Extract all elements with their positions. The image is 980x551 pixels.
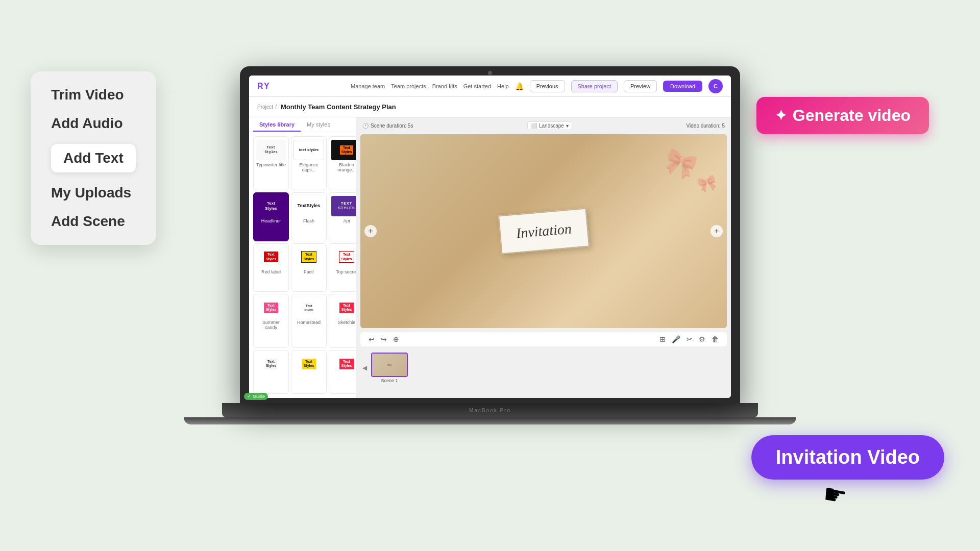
orientation-select[interactable]: ⬜ Landscape ▾	[527, 121, 572, 130]
style-item-15[interactable]: TextStyles	[329, 350, 356, 394]
style-label-api: Api	[343, 218, 350, 223]
breadcrumb-separator: /	[275, 104, 277, 110]
style-preview-typewriter: TextStyles	[256, 140, 286, 160]
laptop-base: MacBook Pro	[222, 403, 758, 417]
add-scene-right-button[interactable]: +	[710, 225, 723, 237]
chevron-down-icon: ▾	[566, 123, 569, 129]
clock-icon: 🕐	[362, 123, 369, 129]
tab-my-styles[interactable]: My styles	[301, 117, 336, 132]
manage-team-link[interactable]: Manage team	[351, 83, 385, 89]
style-item-api[interactable]: TEXTSTYLES Api	[329, 192, 356, 241]
style-item-13[interactable]: TextStyles	[253, 350, 289, 394]
invitation-video-label: Invitation Video	[776, 446, 920, 468]
app-logo: RY	[257, 82, 271, 91]
generate-video-button[interactable]: ✦ Generate video	[756, 97, 929, 134]
landscape-label: Landscape	[539, 123, 564, 129]
style-label-headliner: Headliner	[261, 218, 281, 223]
style-label-topsecret: Top secret	[336, 269, 356, 274]
wand-icon: ✦	[775, 107, 787, 124]
trim-video-item[interactable]: Trim Video	[51, 87, 136, 103]
style-preview-redlabel: TextStyles	[256, 247, 286, 267]
style-item-blackorange[interactable]: TextStyles Black n orange...	[329, 136, 356, 190]
style-preview-topsecret: TextStyles	[331, 247, 356, 267]
add-scene-item[interactable]: Add Scene	[51, 213, 136, 230]
preview-button[interactable]: Preview	[624, 80, 657, 92]
main-content: Styles library My styles TextStyles Type…	[249, 117, 731, 398]
style-preview-sketchie: TextStyles	[331, 297, 356, 318]
style-item-elegance[interactable]: text styles Elegance capti...	[291, 136, 327, 190]
guide-check-icon: ✓	[249, 394, 251, 398]
scissors-icon[interactable]: ✂	[687, 335, 693, 343]
style-item-14[interactable]: TextStyles	[291, 350, 327, 394]
help-link[interactable]: Help	[497, 83, 509, 89]
style-item-sketchie[interactable]: TextStyles Sketchie	[329, 294, 356, 348]
settings-icon[interactable]: ⚙	[699, 335, 705, 343]
style-item-flash[interactable]: TextStyles Flash	[291, 192, 327, 241]
share-project-button[interactable]: Share project	[571, 80, 618, 92]
style-preview-api: TEXTSTYLES	[331, 196, 356, 216]
style-preview-headliner: TextStyles	[256, 196, 286, 216]
team-projects-link[interactable]: Team projects	[391, 83, 426, 89]
redo-icon[interactable]: ↪	[381, 335, 387, 343]
scene-name-1: Scene 1	[381, 378, 398, 383]
tab-styles-library[interactable]: Styles library	[253, 117, 301, 132]
video-duration: Video duration: 5	[687, 123, 725, 129]
project-bar: Project / Monthly Team Content Strategy …	[249, 97, 731, 117]
floating-menu: Trim Video Add Audio Add Text My Uploads…	[31, 71, 156, 245]
laptop-camera	[488, 71, 492, 75]
style-label-typewriter: Typewriter title	[256, 162, 286, 167]
style-preview-14: TextStyles	[293, 354, 324, 374]
scene-duration-text: Scene duration: 5s	[371, 123, 413, 129]
style-item-headliner[interactable]: TextStyles Headliner	[253, 192, 289, 241]
my-uploads-item[interactable]: My Uploads	[51, 185, 136, 201]
header-right: Manage team Team projects Brand kits Get…	[351, 79, 723, 93]
get-started-link[interactable]: Get started	[463, 83, 491, 89]
invitation-video-button[interactable]: Invitation Video	[751, 435, 944, 480]
laptop-screen: RY Manage team Team projects Brand kits …	[249, 76, 731, 398]
style-item-summercandy[interactable]: TextStyles Summer candy	[253, 294, 289, 348]
guide-badge[interactable]: ✓ Guide	[249, 393, 268, 398]
generate-video-label: Generate video	[793, 106, 911, 125]
video-image: 🎀 🎀 Invitation	[360, 134, 727, 328]
style-item-topsecret[interactable]: TextStyles Top secret	[329, 243, 356, 292]
video-preview: 🎀 🎀 Invitation + +	[360, 134, 727, 328]
laptop-brand-label: MacBook Pro	[469, 408, 511, 413]
style-item-fact[interactable]: TextStyles Fact!	[291, 243, 327, 292]
laptop-bezel: RY Manage team Team projects Brand kits …	[240, 66, 740, 403]
invitation-text: Invitation	[515, 220, 572, 241]
panel-tabs: Styles library My styles	[249, 117, 356, 132]
add-audio-item[interactable]: Add Audio	[51, 115, 136, 132]
scene-thumb-1[interactable]: Inv	[371, 353, 408, 377]
notification-bell-icon[interactable]: 🔔	[515, 82, 524, 90]
trash-icon[interactable]: 🗑	[712, 335, 719, 343]
style-preview-elegance: text styles	[293, 140, 324, 160]
style-item-homestead[interactable]: TextStyles Homestead	[291, 294, 327, 348]
style-label-fact: Fact!	[304, 269, 314, 274]
left-panel: Styles library My styles TextStyles Type…	[249, 117, 356, 398]
timeline-back-arrow[interactable]: ◀	[362, 364, 367, 371]
download-button[interactable]: Download	[663, 81, 702, 92]
mic-icon[interactable]: 🎤	[672, 335, 680, 343]
style-label-flash: Flash	[303, 218, 314, 223]
style-item-redlabel[interactable]: TextStyles Red label	[253, 243, 289, 292]
style-preview-blackorange: TextStyles	[331, 140, 356, 160]
avatar: C	[708, 79, 723, 93]
style-preview-13: TextStyles	[256, 354, 286, 374]
grid-icon[interactable]: ⊞	[659, 335, 666, 343]
project-breadcrumb: Project	[257, 104, 273, 110]
style-preview-fact: TextStyles	[293, 247, 324, 267]
add-text-item[interactable]: Add Text	[51, 144, 136, 172]
undo-icon[interactable]: ↩	[369, 335, 375, 343]
landscape-icon: ⬜	[531, 123, 537, 129]
project-title: Monthly Team Content Strategy Plan	[281, 103, 396, 111]
previous-button[interactable]: Previous	[530, 80, 565, 92]
add-scene-left-button[interactable]: +	[364, 225, 377, 237]
brand-kits-link[interactable]: Brand kits	[432, 83, 457, 89]
scene-item-1[interactable]: Inv Scene 1	[371, 353, 408, 383]
style-preview-flash: TextStyles	[293, 196, 324, 216]
style-label-redlabel: Red label	[261, 269, 281, 274]
laptop-wrapper: RY Manage team Team projects Brand kits …	[222, 66, 758, 485]
style-label-summercandy: Summer candy	[256, 320, 286, 330]
style-item-typewriter[interactable]: TextStyles Typewriter title	[253, 136, 289, 190]
play-icon[interactable]: ⊕	[393, 335, 399, 343]
